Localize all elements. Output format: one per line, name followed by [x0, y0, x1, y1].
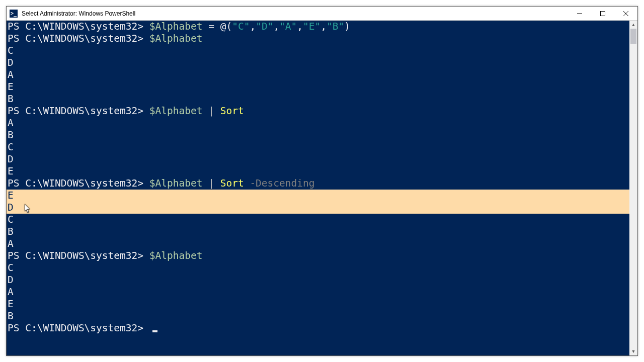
- client-area: PS C:\WINDOWS\system32> $Alphabet = @("C…: [7, 21, 637, 355]
- maximize-button[interactable]: [591, 7, 614, 21]
- powershell-window: >_ Select Administrator: Windows PowerSh…: [6, 6, 638, 356]
- scroll-thumb[interactable]: [630, 29, 636, 44]
- terminal-line: PS C:\WINDOWS\system32> $Alphabet = @("C…: [7, 21, 629, 33]
- minimize-icon: [577, 11, 582, 16]
- close-button[interactable]: [614, 7, 637, 21]
- close-icon: [623, 11, 628, 16]
- app-icon: >_: [10, 10, 18, 18]
- terminal-line: B: [7, 93, 629, 105]
- terminal-line: PS C:\WINDOWS\system32>: [7, 322, 629, 334]
- terminal-line: E: [7, 298, 629, 310]
- terminal-line: E: [7, 165, 629, 177]
- terminal-line: A: [7, 238, 629, 250]
- terminal-output[interactable]: PS C:\WINDOWS\system32> $Alphabet = @("C…: [7, 21, 629, 355]
- terminal-line: B: [7, 129, 629, 141]
- terminal-line: PS C:\WINDOWS\system32> $Alphabet | Sort: [7, 105, 629, 117]
- terminal-line: E: [7, 190, 629, 202]
- terminal-line: E: [7, 81, 629, 93]
- terminal-line: PS C:\WINDOWS\system32> $Alphabet: [7, 33, 629, 45]
- terminal-line: A: [7, 286, 629, 298]
- terminal-line: C: [7, 141, 629, 153]
- terminal-line: A: [7, 69, 629, 81]
- vertical-scrollbar[interactable]: ▲ ▼: [629, 21, 637, 355]
- terminal-line: PS C:\WINDOWS\system32> $Alphabet: [7, 250, 629, 262]
- terminal-line: D: [7, 57, 629, 69]
- window-title: Select Administrator: Windows PowerShell: [22, 10, 135, 17]
- minimize-button[interactable]: [568, 7, 591, 21]
- terminal-line: D: [7, 202, 629, 214]
- terminal-line: C: [7, 45, 629, 57]
- svg-rect-1: [601, 11, 605, 16]
- terminal-line: A: [7, 117, 629, 129]
- titlebar[interactable]: >_ Select Administrator: Windows PowerSh…: [7, 7, 637, 21]
- maximize-icon: [600, 11, 605, 16]
- terminal-line: B: [7, 226, 629, 238]
- scroll-down-arrow-icon[interactable]: ▼: [629, 347, 637, 355]
- terminal-line: B: [7, 310, 629, 322]
- terminal-line: PS C:\WINDOWS\system32> $Alphabet | Sort…: [7, 177, 629, 190]
- terminal-line: D: [7, 153, 629, 165]
- terminal-line: C: [7, 214, 629, 226]
- terminal-line: C: [7, 262, 629, 274]
- scroll-up-arrow-icon[interactable]: ▲: [629, 21, 637, 29]
- text-cursor: [152, 330, 157, 332]
- terminal-line: D: [7, 274, 629, 286]
